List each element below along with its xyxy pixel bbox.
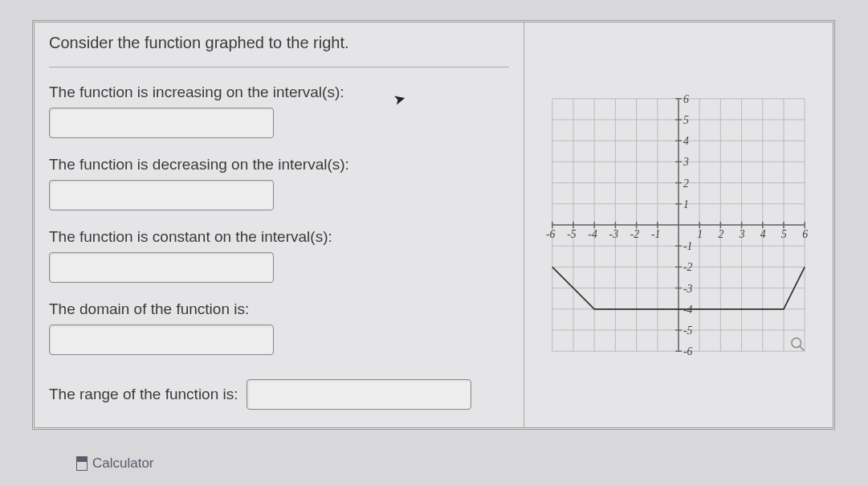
svg-text:3: 3 (683, 156, 689, 168)
prompt-text: Consider the function graphed to the rig… (49, 34, 509, 67)
calculator-button[interactable]: Calculator (76, 455, 154, 472)
svg-text:1: 1 (683, 198, 689, 210)
input-decreasing[interactable] (49, 180, 274, 210)
svg-text:5: 5 (781, 228, 787, 240)
label-range: The range of the function is: (49, 386, 238, 403)
svg-text:3: 3 (739, 228, 745, 240)
svg-text:4: 4 (760, 228, 766, 240)
svg-text:-5: -5 (567, 228, 577, 240)
svg-text:-3: -3 (609, 228, 619, 240)
question-increasing: The function is increasing on the interv… (49, 84, 509, 138)
calculator-label: Calculator (92, 455, 154, 472)
label-domain: The domain of the function is: (49, 300, 509, 318)
svg-text:-2: -2 (683, 261, 693, 273)
input-range[interactable] (247, 379, 471, 410)
question-decreasing: The function is decreasing on the interv… (49, 156, 509, 210)
svg-text:2: 2 (718, 228, 723, 240)
svg-text:2: 2 (683, 178, 689, 190)
svg-text:-6: -6 (546, 228, 556, 240)
svg-text:-5: -5 (683, 325, 693, 337)
svg-text:5: 5 (683, 114, 689, 126)
svg-text:-2: -2 (630, 228, 640, 240)
svg-line-77 (800, 346, 805, 351)
svg-text:1: 1 (697, 228, 703, 240)
question-constant: The function is constant on the interval… (49, 228, 509, 283)
graph-panel: -6-5-4-3-2-1123456-6-5-4-3-2-1123456 (524, 22, 833, 427)
label-constant: The function is constant on the interval… (49, 228, 509, 246)
svg-text:-3: -3 (683, 283, 693, 295)
svg-text:4: 4 (683, 135, 689, 147)
svg-text:-6: -6 (683, 345, 693, 357)
input-constant[interactable] (49, 252, 274, 283)
svg-text:6: 6 (802, 228, 808, 240)
question-range: The range of the function is: (49, 379, 509, 410)
svg-text:-4: -4 (588, 228, 597, 240)
question-domain: The domain of the function is: (49, 300, 509, 355)
input-increasing[interactable] (49, 108, 274, 138)
function-graph: -6-5-4-3-2-1123456-6-5-4-3-2-1123456 (544, 47, 813, 403)
label-increasing: The function is increasing on the interv… (49, 84, 509, 101)
svg-text:6: 6 (683, 93, 689, 105)
svg-text:-1: -1 (651, 228, 660, 240)
calculator-icon (76, 456, 88, 471)
svg-text:-1: -1 (683, 240, 692, 252)
problem-panel: Consider the function graphed to the rig… (32, 20, 835, 430)
question-panel: Consider the function graphed to the rig… (35, 22, 524, 427)
input-domain[interactable] (49, 325, 274, 355)
label-decreasing: The function is decreasing on the interv… (49, 156, 509, 174)
